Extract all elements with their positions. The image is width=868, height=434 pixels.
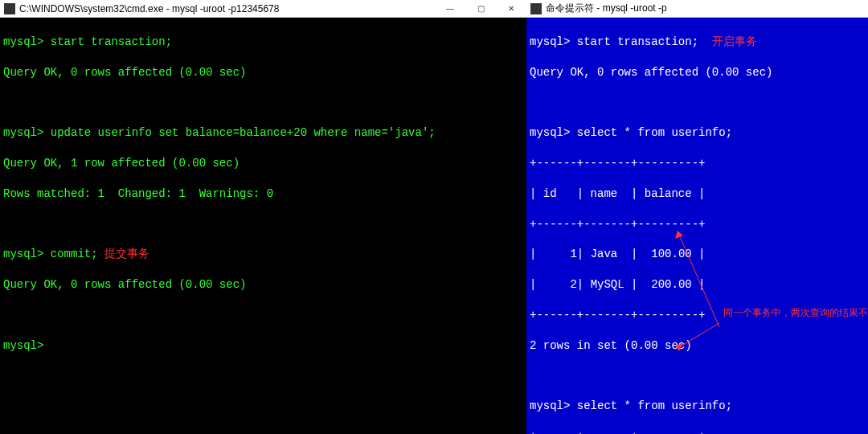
minimize-button[interactable]: — [435, 0, 465, 18]
annotation-commit: 提交事务 [98, 248, 149, 260]
cmd-icon [4, 3, 15, 14]
command: select * from userinfo; [577, 126, 732, 139]
prompt: mysql> [3, 35, 51, 48]
left-window: C:\WINDOWS\system32\cmd.exe - mysql -uro… [0, 0, 526, 434]
cmd-icon [530, 3, 542, 14]
terminal-line: mysql> [3, 338, 523, 354]
prompt: mysql> [530, 35, 577, 48]
terminal-line: mysql> select * from userinfo; [530, 125, 865, 141]
terminal-line: Query OK, 0 rows affected (0.00 sec) [3, 277, 523, 293]
command: start transaction; [51, 35, 172, 48]
table-border: +------+-------+---------+ [530, 217, 865, 232]
table-row: | 1| Java | 100.00 | [530, 247, 865, 262]
prompt: mysql> [530, 126, 577, 139]
terminal-line: Query OK, 0 rows affected (0.00 sec) [3, 65, 523, 80]
blank-line [3, 308, 523, 323]
terminal-line: Rows matched: 1 Changed: 1 Warnings: 0 [3, 186, 523, 202]
left-title: C:\WINDOWS\system32\cmd.exe - mysql -uro… [19, 3, 435, 14]
terminal-line: Query OK, 1 row affected (0.00 sec) [3, 156, 523, 171]
table-header: | id | name | balance | [530, 186, 865, 202]
command: start transaction; [577, 35, 698, 48]
blank-line [530, 368, 865, 383]
terminal-line: 2 rows in set (0.00 sec) [530, 338, 865, 354]
terminal-line: mysql> select * from userinfo; [530, 399, 865, 414]
right-terminal[interactable]: mysql> start transaction; 开启事务 Query OK,… [526, 18, 868, 434]
command: commit; [51, 248, 98, 260]
blank-line [3, 95, 523, 110]
svg-marker-1 [675, 231, 683, 239]
right-title: 命令提示符 - mysql -uroot -p [546, 2, 868, 15]
window-controls: — ▢ ✕ [435, 0, 526, 18]
blank-line [530, 95, 865, 110]
command: select * from userinfo; [577, 399, 732, 412]
prompt: mysql> [3, 126, 51, 139]
terminal-line: mysql> commit; 提交事务 [3, 247, 523, 262]
terminal-line: mysql> start transaction; [3, 35, 523, 50]
table-border: +------+-------+---------+ [530, 156, 865, 171]
maximize-button[interactable]: ▢ [465, 0, 496, 18]
command: update userinfo set balance=balance+20 w… [51, 126, 436, 139]
annotation-side: 同一个事务中，两次查询的结果不一致，这就是不可重复读的问题。 [723, 307, 840, 320]
table-row: | 2| MySQL | 200.00 | [530, 277, 865, 293]
terminal-line: mysql> update userinfo set balance=balan… [3, 125, 523, 141]
right-window: 命令提示符 - mysql -uroot -p mysql> start tra… [526, 0, 868, 434]
prompt: mysql> [530, 399, 577, 412]
prompt: mysql> [3, 248, 51, 260]
close-button[interactable]: ✕ [496, 0, 526, 18]
terminal-line: mysql> start transaction; 开启事务 [530, 35, 865, 50]
blank-line [3, 217, 523, 232]
left-titlebar[interactable]: C:\WINDOWS\system32\cmd.exe - mysql -uro… [0, 0, 526, 18]
right-titlebar[interactable]: 命令提示符 - mysql -uroot -p [526, 0, 868, 18]
left-terminal[interactable]: mysql> start transaction; Query OK, 0 ro… [0, 18, 526, 434]
table-border: +------+-------+---------+ [530, 429, 865, 434]
terminal-line: Query OK, 0 rows affected (0.00 sec) [530, 65, 865, 80]
annotation-start: 开启事务 [698, 35, 757, 48]
